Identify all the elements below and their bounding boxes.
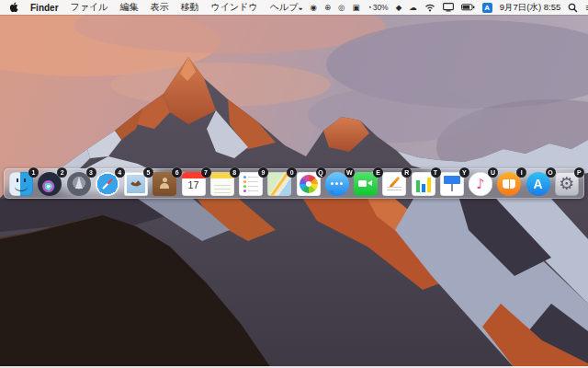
dock-item-notes[interactable]: 8: [210, 172, 234, 196]
dock-shortcut-badge: 1: [28, 167, 39, 178]
dock-item-numbers[interactable]: T: [412, 172, 435, 196]
timer-icon[interactable]: ◎: [338, 4, 345, 12]
battery-icon[interactable]: [461, 4, 475, 11]
dock-item-mail[interactable]: 5: [124, 172, 148, 196]
dock-shortcut-badge: O: [546, 167, 556, 178]
wifi-icon[interactable]: [424, 3, 435, 12]
menu-window[interactable]: ウインドウ: [211, 1, 258, 14]
dock-item-contacts[interactable]: 6: [153, 172, 176, 196]
dock-shortcut-badge: 9: [258, 167, 268, 178]
dock-shortcut-badge: Q: [316, 167, 326, 178]
shield-icon[interactable]: ◆: [396, 4, 402, 12]
dock-shortcut-badge: P: [574, 167, 584, 178]
app-extra-icon[interactable]: ◉: [311, 4, 317, 12]
dock-shortcut-badge: R: [401, 167, 412, 178]
dock-item-safari[interactable]: 4: [96, 172, 119, 196]
input-source-indicator[interactable]: A: [482, 3, 492, 13]
dock-shortcut-badge: 3: [86, 167, 96, 178]
dial-icon[interactable]: ◒: [298, 4, 302, 12]
dock-item-itunes[interactable]: U: [469, 172, 492, 196]
dock-shortcut-badge: T: [431, 167, 441, 178]
menu-edit[interactable]: 編集: [120, 1, 139, 14]
menu-file[interactable]: ファイル: [71, 1, 108, 14]
dock-shortcut-badge: U: [488, 167, 498, 178]
dock-shortcut-badge: 4: [115, 167, 125, 178]
menu-view[interactable]: 表示: [151, 1, 169, 14]
dock-shortcut-badge: W: [345, 167, 355, 178]
gauge-text: 30%: [373, 3, 389, 12]
dock-item-system-preferences[interactable]: P: [555, 172, 579, 196]
menu-app-name[interactable]: Finder: [30, 3, 59, 13]
dock-shortcut-badge: Y: [459, 167, 469, 178]
dock-item-appstore[interactable]: O: [526, 172, 550, 196]
cloud-icon[interactable]: ☁: [409, 4, 417, 12]
dock-shortcut-badge: 5: [143, 167, 153, 178]
dock-item-photos[interactable]: Q: [297, 172, 321, 196]
dock-shortcut-badge: 7: [201, 167, 211, 178]
desktop: Finder ファイル 編集 表示 移動 ウインドウ ヘルプ ◒ ◉ ⊕ ◎ ▣…: [0, 0, 588, 368]
airplay-display-icon[interactable]: [443, 3, 454, 12]
dock-item-pages[interactable]: R: [382, 172, 406, 196]
menu-help[interactable]: ヘルプ: [270, 1, 299, 14]
dock: 1 2 3 4 5 6 17 7 8: [4, 168, 584, 199]
dock-item-siri[interactable]: 2: [38, 172, 62, 196]
dock-item-keynote[interactable]: Y: [440, 172, 464, 196]
menu-bar: Finder ファイル 編集 表示 移動 ウインドウ ヘルプ ◒ ◉ ⊕ ◎ ▣…: [0, 0, 588, 15]
spotlight-search-icon[interactable]: [568, 3, 578, 13]
calendar-date: 17: [182, 179, 206, 190]
gauge-percentage[interactable]: ◔ 30%: [368, 3, 389, 12]
dock-shortcut-badge: I: [516, 167, 526, 178]
dock-shortcut-badge: 8: [230, 167, 240, 178]
dock-item-messages[interactable]: W: [325, 172, 349, 196]
dock-shortcut-badge: 2: [57, 167, 67, 178]
capture-icon[interactable]: ▣: [352, 4, 359, 12]
dock-item-calendar[interactable]: 17 7: [182, 172, 206, 196]
dock-item-finder[interactable]: 1: [9, 172, 33, 196]
dock-shortcut-badge: 0: [287, 167, 297, 178]
dock-shortcut-badge: 6: [172, 167, 182, 178]
dock-shortcut-badge: E: [373, 167, 383, 178]
menu-go[interactable]: 移動: [181, 1, 199, 14]
menu-bar-clock[interactable]: 9月7日(水) 8:55: [500, 2, 561, 14]
dock-item-reminders[interactable]: 9: [239, 172, 263, 196]
apple-menu-icon[interactable]: [9, 2, 18, 13]
vault-icon[interactable]: ⊕: [324, 4, 331, 12]
dock-item-launchpad[interactable]: 3: [67, 172, 91, 196]
dock-item-facetime[interactable]: E: [354, 172, 378, 196]
dock-item-ibooks[interactable]: I: [497, 172, 521, 196]
gauge-icon: ◔: [368, 4, 372, 12]
dock-item-maps[interactable]: 0: [267, 172, 291, 196]
